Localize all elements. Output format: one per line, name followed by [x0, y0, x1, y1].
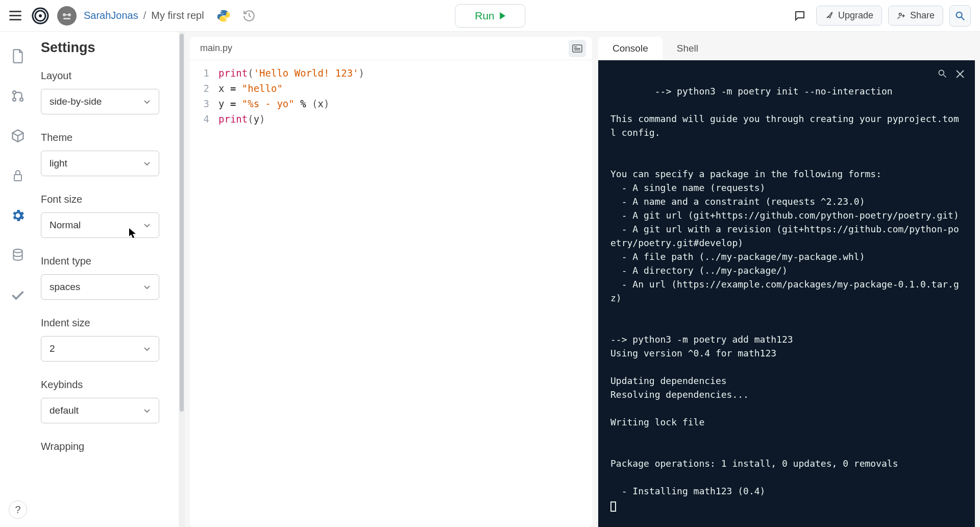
- settings-panel: Settings Layoutside-by-sideThemelightFon…: [36, 32, 179, 527]
- editor-pane: main.py 1234 print('Hello World! 123')x …: [190, 37, 592, 527]
- help-button[interactable]: ?: [9, 500, 27, 519]
- svg-rect-16: [574, 46, 577, 47]
- select-layout[interactable]: side-by-side: [41, 89, 159, 114]
- select-indent-size[interactable]: 2: [41, 336, 159, 362]
- run-button[interactable]: Run: [455, 4, 525, 28]
- icon-rail: ?: [0, 32, 36, 527]
- markdown-toggle[interactable]: [569, 40, 586, 57]
- svg-rect-13: [14, 175, 21, 181]
- user-link[interactable]: SarahJonas: [84, 10, 138, 21]
- menu-button[interactable]: [9, 9, 23, 23]
- svg-rect-17: [574, 48, 580, 49]
- chevron-down-icon: [143, 96, 151, 107]
- svg-point-5: [220, 11, 222, 12]
- svg-line-20: [944, 75, 946, 78]
- settings-icon[interactable]: [8, 205, 28, 226]
- svg-point-19: [939, 70, 944, 75]
- svg-rect-4: [66, 14, 68, 15]
- svg-line-9: [962, 17, 965, 20]
- history-icon[interactable]: [241, 8, 257, 24]
- setting-label-keybinds: Keybinds: [41, 379, 166, 391]
- upgrade-button[interactable]: Upgrade: [816, 6, 882, 26]
- chat-icon[interactable]: [790, 6, 810, 26]
- editor-tab-main[interactable]: main.py: [190, 37, 242, 60]
- svg-point-8: [957, 12, 962, 17]
- setting-label-indent-size: Indent size: [41, 317, 166, 329]
- setting-label-wrapping: Wrapping: [41, 441, 166, 452]
- upgrade-label: Upgrade: [838, 10, 873, 21]
- svg-rect-18: [574, 50, 580, 51]
- breadcrumb: SarahJonas / My first repl: [84, 10, 204, 21]
- repl-name[interactable]: My first repl: [151, 10, 204, 21]
- chevron-down-icon: [143, 405, 151, 416]
- run-label: Run: [475, 10, 495, 22]
- select-indent-type[interactable]: spaces: [41, 274, 159, 300]
- svg-point-6: [225, 19, 226, 20]
- tab-console[interactable]: Console: [598, 37, 663, 60]
- select-font-size[interactable]: Normal: [41, 212, 159, 238]
- setting-label-indent-type: Indent type: [41, 255, 166, 267]
- chevron-down-icon: [143, 158, 151, 169]
- select-theme[interactable]: light: [41, 151, 159, 176]
- svg-point-1: [63, 13, 66, 16]
- share-button[interactable]: Share: [888, 6, 943, 26]
- console-pane: Console Shell --> python3 -m poetry init…: [598, 37, 975, 527]
- secrets-icon[interactable]: [8, 165, 28, 186]
- terminal-search-icon[interactable]: [937, 68, 947, 82]
- terminal-close-icon[interactable]: [955, 68, 965, 82]
- settings-scrollbar[interactable]: [179, 32, 185, 527]
- select-keybinds[interactable]: default: [41, 398, 159, 423]
- setting-label-layout: Layout: [41, 70, 166, 82]
- packages-icon[interactable]: [8, 126, 28, 146]
- svg-point-2: [68, 13, 71, 16]
- terminal-output[interactable]: --> python3 -m poetry init --no-interact…: [598, 60, 975, 527]
- chevron-down-icon: [143, 281, 151, 293]
- database-icon[interactable]: [8, 245, 28, 266]
- chevron-down-icon: [143, 343, 151, 354]
- svg-point-7: [899, 13, 901, 15]
- search-button[interactable]: [949, 5, 971, 27]
- svg-point-0: [39, 14, 42, 17]
- python-icon: [215, 8, 232, 24]
- version-control-icon[interactable]: [8, 86, 28, 106]
- svg-point-11: [20, 98, 23, 101]
- chevron-down-icon: [143, 220, 151, 231]
- setting-label-font-size: Font size: [41, 194, 166, 205]
- tests-icon[interactable]: [8, 285, 28, 305]
- svg-point-10: [13, 91, 16, 94]
- share-label: Share: [910, 10, 935, 21]
- svg-point-14: [13, 249, 22, 252]
- svg-rect-3: [63, 18, 70, 19]
- play-icon: [500, 12, 505, 19]
- terminal-cursor: [610, 501, 616, 512]
- settings-title: Settings: [41, 40, 166, 56]
- code-editor[interactable]: 1234 print('Hello World! 123')x = "hello…: [190, 60, 592, 527]
- svg-point-12: [13, 98, 16, 101]
- files-icon[interactable]: [8, 46, 28, 66]
- breadcrumb-separator: /: [143, 10, 146, 21]
- user-avatar[interactable]: [57, 6, 77, 26]
- setting-label-theme: Theme: [41, 132, 166, 143]
- replit-logo[interactable]: [31, 6, 50, 26]
- tab-shell[interactable]: Shell: [663, 37, 713, 60]
